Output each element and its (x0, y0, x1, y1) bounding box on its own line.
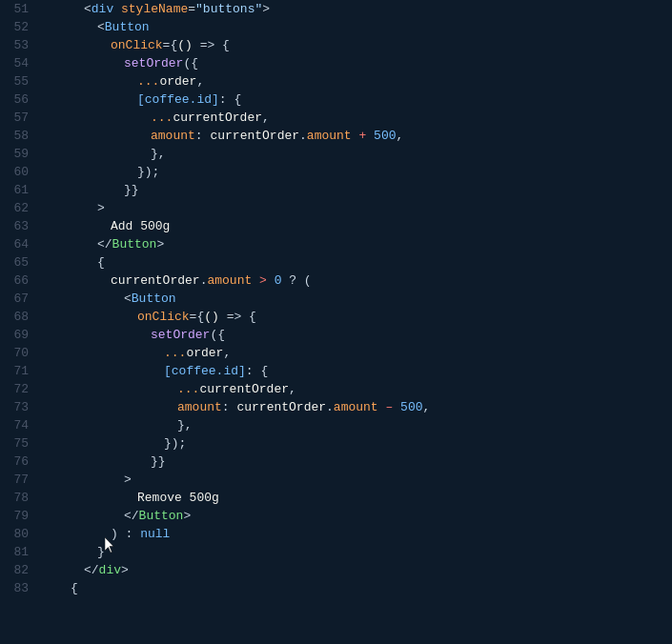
token: ... (151, 111, 173, 125)
token: div (92, 2, 113, 16)
code-line: 62> (0, 199, 672, 217)
token: styleName (113, 2, 188, 16)
code-line: 75}); (0, 434, 672, 453)
token: , (196, 74, 204, 89)
token: : { (219, 92, 241, 107)
token: currentOrder (210, 129, 299, 143)
token: < (84, 2, 92, 16)
line-content: > (40, 471, 672, 489)
code-line: 60}); (0, 163, 672, 181)
line-content: onClick={() => { (40, 308, 672, 326)
line-number: 83 (0, 579, 40, 597)
code-line: 69setOrder({ (0, 326, 672, 344)
code-line: 66currentOrder.amount > 0 ? ( (0, 272, 672, 290)
line-number: 78 (0, 489, 40, 507)
token: 500 (374, 129, 396, 143)
code-line: 70...order, (0, 344, 672, 362)
line-content: }, (40, 416, 672, 434)
line-number: 59 (0, 145, 40, 163)
token: [coffee.id] (164, 364, 246, 378)
token: order (186, 346, 223, 360)
line-content: onClick={() => { (40, 36, 672, 54)
line-number: 67 (0, 290, 40, 308)
code-line: 72...currentOrder, (0, 380, 672, 398)
line-content: [coffee.id]: { (40, 91, 672, 109)
token: } (97, 545, 105, 559)
code-line: 73amount: currentOrder.amount – 500, (0, 398, 672, 416)
line-number: 66 (0, 272, 40, 290)
token: 500 (400, 400, 422, 414)
token: => { (193, 38, 230, 52)
code-line: 51<div styleName="buttons"> (0, 0, 672, 18)
token: }, (151, 147, 166, 161)
token: ? ( (281, 273, 311, 288)
code-line: 58amount: currentOrder.amount + 500, (0, 127, 672, 145)
line-content: <div styleName="buttons"> (40, 0, 672, 18)
token: currentOrder (173, 111, 262, 125)
line-number: 72 (0, 380, 40, 398)
line-number: 70 (0, 344, 40, 362)
token: { (97, 255, 105, 270)
token: currentOrder (236, 400, 326, 414)
code-line: 64</Button> (0, 235, 672, 253)
line-content: amount: currentOrder.amount + 500, (40, 127, 672, 145)
token: . (326, 400, 334, 414)
line-number: 69 (0, 326, 40, 344)
token: div (99, 563, 121, 577)
token: > (156, 237, 164, 252)
line-content: Add 500g (40, 217, 672, 235)
code-line: 83{ (0, 579, 672, 597)
token: : { (246, 364, 268, 378)
token: ... (177, 382, 199, 396)
line-number: 75 (0, 434, 40, 453)
token: ={ (163, 38, 178, 52)
token: }); (164, 436, 186, 451)
line-content: ...order, (40, 72, 672, 91)
code-line: 56[coffee.id]: { (0, 91, 672, 109)
token: Button (132, 292, 176, 306)
token: , (289, 382, 296, 396)
line-number: 55 (0, 72, 40, 91)
line-content: </Button> (40, 235, 672, 253)
line-number: 56 (0, 91, 40, 109)
line-number: 74 (0, 416, 40, 434)
token: < (124, 292, 132, 306)
token: . (299, 129, 307, 143)
token: amount (177, 400, 222, 414)
code-line: 81} (0, 543, 672, 561)
line-number: 54 (0, 54, 40, 72)
token: Button (112, 237, 157, 252)
token: "buttons" (195, 2, 262, 16)
line-content: }, (40, 145, 672, 163)
line-content: currentOrder.amount > 0 ? ( (40, 272, 672, 290)
token: [coffee.id] (137, 92, 219, 107)
line-number: 80 (0, 525, 40, 543)
token: : (222, 400, 237, 414)
code-line: 67<Button (0, 290, 672, 308)
token: currentOrder (199, 382, 289, 396)
line-content: amount: currentOrder.amount – 500, (40, 398, 672, 416)
token: – (378, 400, 400, 414)
code-line: 77> (0, 471, 672, 489)
token: ... (137, 74, 159, 89)
code-line: 80) : null (0, 525, 672, 543)
line-content: > (40, 199, 672, 217)
line-content: [coffee.id]: { (40, 362, 672, 380)
token: amount (307, 129, 352, 143)
code-lines: 51<div styleName="buttons">52<Button53on… (0, 0, 672, 597)
code-line: 63Add 500g (0, 217, 672, 235)
line-number: 64 (0, 235, 40, 253)
token: currentOrder (111, 273, 200, 288)
token: amount (207, 273, 252, 288)
line-number: 62 (0, 199, 40, 217)
line-content: ...currentOrder, (40, 380, 672, 398)
line-content: }} (40, 181, 672, 199)
line-number: 51 (0, 0, 40, 18)
token: null (140, 527, 170, 541)
token: > (262, 2, 270, 16)
code-line: 55...order, (0, 72, 672, 91)
code-line: 61}} (0, 181, 672, 199)
token: Button (105, 20, 150, 34)
token: }} (124, 183, 139, 197)
code-line: 54setOrder({ (0, 54, 672, 72)
